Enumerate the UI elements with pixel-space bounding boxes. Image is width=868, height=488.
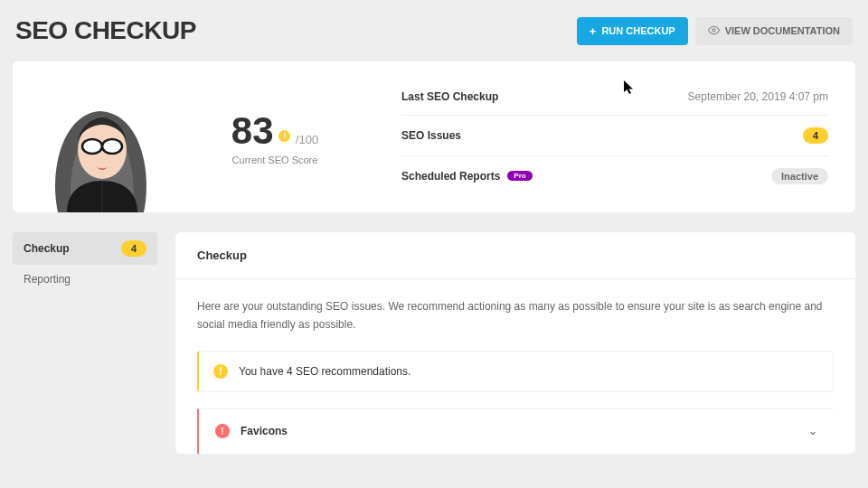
recommendations-alert: ! You have 4 SEO recommendations. bbox=[197, 351, 834, 392]
view-documentation-button[interactable]: VIEW DOCUMENTATION bbox=[695, 17, 853, 45]
stats-list: Last SEO Checkup September 20, 2019 4:07… bbox=[365, 79, 855, 196]
pro-badge: Pro bbox=[507, 171, 532, 181]
mascot-avatar bbox=[13, 61, 184, 212]
panel-title: Checkup bbox=[175, 232, 855, 279]
stat-value: September 20, 2019 4:07 pm bbox=[688, 90, 828, 103]
sidebar-item-checkup[interactable]: Checkup 4 bbox=[13, 232, 157, 265]
header-actions: + RUN CHECKUP VIEW DOCUMENTATION bbox=[577, 17, 853, 45]
error-icon: ! bbox=[215, 424, 230, 438]
view-documentation-label: VIEW DOCUMENTATION bbox=[725, 25, 840, 36]
alert-text: You have 4 SEO recommendations. bbox=[239, 362, 410, 380]
stat-scheduled-reports: Scheduled Reports Pro Inactive bbox=[401, 156, 828, 196]
seo-score-value: 83 bbox=[231, 109, 274, 153]
svg-point-3 bbox=[102, 139, 122, 154]
main-panel: Checkup Here are your outstanding SEO is… bbox=[175, 232, 855, 454]
stat-seo-issues: SEO Issues 4 bbox=[401, 116, 828, 156]
stat-label: SEO Issues bbox=[401, 129, 461, 142]
seo-score-label: Current SEO Score bbox=[184, 155, 365, 165]
stat-last-checkup: Last SEO Checkup September 20, 2019 4:07… bbox=[401, 79, 828, 116]
sidebar-item-reporting[interactable]: Reporting bbox=[13, 265, 157, 294]
page-title: SEO CHECKUP bbox=[15, 16, 196, 45]
sidebar-item-count: 4 bbox=[121, 240, 146, 257]
seo-score-max: /100 bbox=[296, 133, 318, 146]
run-checkup-button[interactable]: + RUN CHECKUP bbox=[577, 17, 688, 45]
sidebar-nav: Checkup 4 Reporting bbox=[13, 232, 157, 454]
seo-score-block: 83 ! /100 Current SEO Score bbox=[184, 109, 365, 165]
issue-title: Favicons bbox=[241, 422, 288, 440]
reports-label-text: Scheduled Reports bbox=[401, 170, 500, 183]
warning-dot-icon: ! bbox=[278, 130, 290, 142]
svg-point-2 bbox=[82, 139, 102, 154]
plus-icon: + bbox=[590, 25, 597, 37]
issue-row-favicons[interactable]: ! Favicons ⌄ bbox=[197, 408, 834, 453]
svg-point-0 bbox=[712, 28, 715, 31]
issues-count-badge: 4 bbox=[803, 127, 828, 144]
sidebar-item-label: Reporting bbox=[24, 273, 71, 286]
panel-intro: Here are your outstanding SEO issues. We… bbox=[197, 297, 834, 334]
warning-icon: ! bbox=[213, 364, 228, 379]
sidebar-item-label: Checkup bbox=[24, 242, 70, 255]
stat-label: Scheduled Reports Pro bbox=[401, 170, 533, 183]
stat-label: Last SEO Checkup bbox=[401, 90, 498, 103]
hero-card: 83 ! /100 Current SEO Score Last SEO Che… bbox=[13, 61, 855, 212]
reports-status-badge: Inactive bbox=[771, 168, 828, 184]
chevron-down-icon: ⌄ bbox=[808, 422, 817, 440]
eye-icon bbox=[708, 24, 720, 38]
run-checkup-label: RUN CHECKUP bbox=[601, 25, 675, 36]
